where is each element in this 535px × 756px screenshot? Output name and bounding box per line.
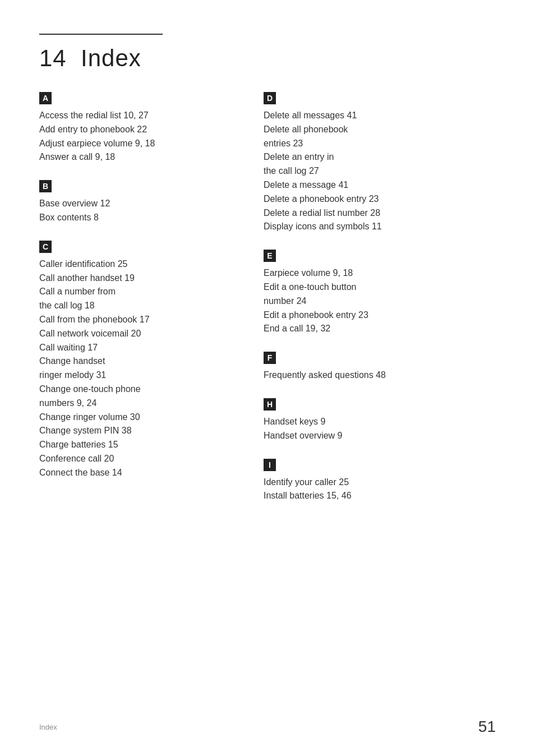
list-item: Delete a phonebook entry 23	[264, 192, 496, 206]
section-letter-i: I	[264, 459, 276, 471]
section-c: CCaller identification 25Call another ha…	[39, 241, 241, 480]
list-item: Frequently asked questions 48	[264, 368, 496, 382]
section-letter-h: H	[264, 398, 276, 411]
top-rule	[39, 34, 163, 35]
list-item: Connect the base 14	[39, 466, 241, 480]
section-letter-e: E	[264, 250, 276, 262]
list-item: Caller identification 25	[39, 257, 241, 271]
section-letter-a: A	[39, 92, 52, 104]
list-item: Base overview 12	[39, 197, 241, 211]
left-column: AAccess the redial list 10, 27Add entry …	[39, 92, 258, 519]
list-item: Handset overview 9	[264, 429, 496, 443]
section-entries-b: Base overview 12Box contents 8	[39, 197, 241, 225]
list-item: Change one-touch phone numbers 9, 24	[39, 382, 241, 411]
section-entries-a: Access the redial list 10, 27Add entry t…	[39, 109, 241, 164]
list-item: Adjust earpiece volume 9, 18	[39, 137, 241, 151]
list-item: Change ringer volume 30	[39, 411, 241, 425]
section-entries-c: Caller identification 25Call another han…	[39, 257, 241, 480]
section-letter-d: D	[264, 92, 276, 104]
page: 14 Index AAccess the redial list 10, 27A…	[0, 0, 535, 756]
list-item: Delete a redial list number 28	[264, 206, 496, 220]
list-item: Delete an entry in the call log 27	[264, 150, 496, 178]
list-item: Change handset ringer melody 31	[39, 354, 241, 382]
index-columns: AAccess the redial list 10, 27Add entry …	[39, 92, 496, 519]
footer-label: Index	[39, 723, 57, 731]
list-item: Edit a phonebook entry 23	[264, 308, 496, 322]
section-letter-f: F	[264, 352, 276, 364]
section-a: AAccess the redial list 10, 27Add entry …	[39, 92, 241, 164]
list-item: Display icons and symbols 11	[264, 220, 496, 234]
list-item: Call from the phonebook 17	[39, 313, 241, 327]
section-entries-d: Delete all messages 41Delete all phonebo…	[264, 109, 496, 234]
list-item: Call another handset 19	[39, 271, 241, 285]
section-entries-h: Handset keys 9Handset overview 9	[264, 415, 496, 443]
list-item: Add entry to phonebook 22	[39, 123, 241, 137]
list-item: Earpiece volume 9, 18	[264, 266, 496, 280]
list-item: Change system PIN 38	[39, 424, 241, 438]
section-entries-i: Identify your caller 25Install batteries…	[264, 476, 496, 504]
list-item: Call network voicemail 20	[39, 327, 241, 341]
list-item: Charge batteries 15	[39, 438, 241, 452]
list-item: End a call 19, 32	[264, 322, 496, 336]
list-item: Edit a one-touch button number 24	[264, 280, 496, 308]
section-entries-f: Frequently asked questions 48	[264, 368, 496, 382]
list-item: Call a number from the call log 18	[39, 285, 241, 313]
list-item: Box contents 8	[39, 211, 241, 225]
section-f: FFrequently asked questions 48	[264, 352, 496, 382]
section-i: IIdentify your caller 25Install batterie…	[264, 459, 496, 504]
section-entries-e: Earpiece volume 9, 18Edit a one-touch bu…	[264, 266, 496, 336]
list-item: Delete all messages 41	[264, 109, 496, 123]
section-letter-c: C	[39, 241, 52, 253]
section-letter-b: B	[39, 180, 52, 192]
section-b: BBase overview 12Box contents 8	[39, 180, 241, 225]
section-e: EEarpiece volume 9, 18Edit a one-touch b…	[264, 250, 496, 336]
footer-page-number: 51	[478, 718, 496, 736]
list-item: Access the redial list 10, 27	[39, 109, 241, 123]
list-item: Answer a call 9, 18	[39, 150, 241, 164]
list-item: Conference call 20	[39, 452, 241, 466]
list-item: Delete all phonebook entries 23	[264, 123, 496, 151]
right-column: DDelete all messages 41Delete all phoneb…	[258, 92, 496, 519]
list-item: Delete a message 41	[264, 178, 496, 192]
section-h: HHandset keys 9Handset overview 9	[264, 398, 496, 443]
section-d: DDelete all messages 41Delete all phoneb…	[264, 92, 496, 234]
list-item: Install batteries 15, 46	[264, 489, 496, 503]
footer: Index 51	[39, 718, 496, 736]
page-title: 14 Index	[39, 45, 496, 72]
list-item: Handset keys 9	[264, 415, 496, 429]
list-item: Identify your caller 25	[264, 476, 496, 490]
list-item: Call waiting 17	[39, 341, 241, 355]
